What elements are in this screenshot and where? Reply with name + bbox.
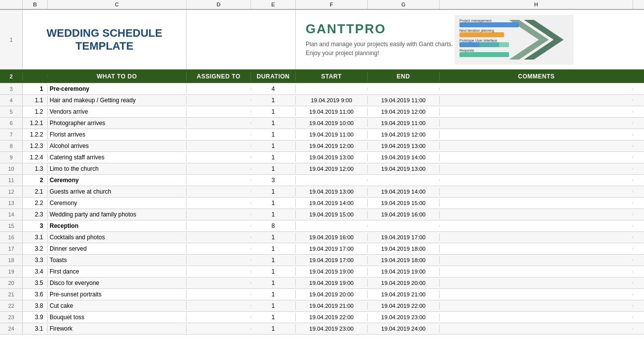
table-row: 7 1.2.2 Florist arrives 1 19.04.2019 11:… (0, 129, 644, 140)
row-num-20: 20 (0, 278, 23, 288)
row-num-24: 24 (0, 323, 23, 334)
cell-c-4: Hair and makeup / Getting ready (48, 96, 187, 105)
table-row: 19 3.4 First dance 1 19.04.2019 19:00 19… (0, 266, 644, 278)
cell-d-8 (187, 145, 251, 147)
cell-d-22 (187, 305, 251, 307)
cell-b-10: 1.3 (23, 164, 48, 173)
table-header-row: 2 WHAT TO DO ASSIGNED TO DURATION START … (0, 70, 644, 83)
row-num-23: 23 (0, 312, 23, 323)
cell-d-4 (187, 99, 251, 101)
row1-de (187, 10, 296, 69)
table-row: 10 1.3 Limo to the church 1 19.04.2019 1… (0, 163, 644, 175)
cell-e-20: 1 (251, 279, 296, 287)
cell-b-9: 1.2.4 (23, 153, 48, 162)
cell-g-16: 19.04.2019 17:00 (368, 233, 440, 241)
cell-b-22: 3.8 (23, 301, 48, 310)
row-num-5: 5 (0, 106, 23, 117)
cell-d-7 (187, 134, 251, 136)
svg-rect-3 (459, 22, 519, 27)
cell-b-7: 1.2.2 (23, 130, 48, 139)
cell-h-4 (440, 99, 633, 101)
cell-h-16 (440, 236, 633, 238)
cell-g-11 (368, 179, 440, 181)
page-title: WEDDING SCHEDULE TEMPLATE (23, 27, 186, 53)
cell-h-20 (440, 282, 633, 284)
cell-c-11: Ceremony (48, 176, 187, 185)
cell-b-13: 2.2 (23, 199, 48, 208)
cell-e-18: 1 (251, 256, 296, 265)
row-num-21: 21 (0, 289, 23, 300)
cell-h-8 (440, 145, 633, 147)
cell-c-16: Cocktails and photos (48, 233, 187, 242)
cell-h-3 (440, 88, 633, 90)
cell-f-18: 19.04.2019 17:00 (296, 256, 368, 264)
cell-e-12: 1 (251, 187, 296, 196)
ganttpro-logo: GANTTPRO (306, 21, 453, 37)
cell-h-13 (440, 202, 633, 204)
cell-d-19 (187, 271, 251, 273)
cell-c-8: Alcohol arrives (48, 141, 187, 150)
cell-h-19 (440, 271, 633, 273)
row-num-11: 11 (0, 175, 23, 186)
cell-e-6: 1 (251, 119, 296, 128)
cell-f-23: 19.04.2019 22:00 (296, 313, 368, 321)
cell-d-20 (187, 282, 251, 284)
cell-f-15 (296, 225, 368, 227)
table-row: 12 2.1 Guests arrive at church 1 19.04.2… (0, 186, 644, 198)
cell-b-19: 3.4 (23, 267, 48, 276)
row-num-19: 19 (0, 266, 23, 277)
cell-e-5: 1 (251, 107, 296, 116)
cell-b-21: 3.6 (23, 290, 48, 299)
cell-f-14: 19.04.2019 15:00 (296, 210, 368, 218)
cell-g-20: 19.04.2019 20:00 (368, 279, 440, 287)
cell-e-3: 4 (251, 84, 296, 93)
cell-d-9 (187, 156, 251, 158)
cell-b-4: 1.1 (23, 96, 48, 105)
cell-e-11: 3 (251, 176, 296, 185)
cell-g-15 (368, 225, 440, 227)
cell-h-5 (440, 111, 633, 113)
cell-e-7: 1 (251, 130, 296, 139)
cell-f-12: 19.04.2019 13:00 (296, 188, 368, 196)
cell-g-3 (368, 88, 440, 90)
cell-e-16: 1 (251, 233, 296, 242)
cell-g-10: 19.04.2019 13:00 (368, 165, 440, 173)
svg-text:Project management: Project management (459, 19, 492, 23)
cell-d-12 (187, 191, 251, 193)
cell-c-15: Reception (48, 221, 187, 230)
cell-g-17: 19.04.2019 18:00 (368, 245, 440, 253)
data-rows: 3 1 Pre-ceremony 4 4 1.1 Hair and makeup… (0, 83, 644, 335)
row-num-22: 22 (0, 300, 23, 311)
table-row: 21 3.6 Pre-sunset portraits 1 19.04.2019… (0, 289, 644, 300)
cell-c-10: Limo to the church (48, 164, 187, 173)
cell-d-3 (187, 88, 251, 90)
svg-rect-10 (459, 52, 509, 57)
cell-e-22: 1 (251, 301, 296, 310)
col-header-b: B (23, 0, 48, 9)
cell-f-16: 19.04.2019 16:00 (296, 233, 368, 241)
row-num-14: 14 (0, 209, 23, 220)
table-row: 11 2 Ceremony 3 (0, 175, 644, 186)
table-row: 13 2.2 Ceremony 1 19.04.2019 14:00 19.04… (0, 198, 644, 209)
cell-d-23 (187, 316, 251, 318)
cell-c-23: Bouquet toss (48, 313, 187, 322)
cell-h-9 (440, 156, 633, 158)
cell-b-24: 3.1 (23, 324, 48, 333)
cell-d-10 (187, 168, 251, 170)
cell-e-13: 1 (251, 199, 296, 208)
table-row: 6 1.2.1 Photographer arrives 1 19.04.201… (0, 118, 644, 129)
header-duration: DURATION (251, 72, 296, 81)
row-num-8: 8 (0, 140, 23, 151)
cell-d-18 (187, 259, 251, 261)
table-row: 23 3.9 Bouquet toss 1 19.04.2019 22:00 1… (0, 312, 644, 323)
cell-g-6: 19.04.2019 11:00 (368, 119, 440, 127)
cell-d-15 (187, 225, 251, 227)
cell-e-14: 1 (251, 210, 296, 219)
cell-f-13: 19.04.2019 14:00 (296, 199, 368, 207)
cell-c-21: Pre-sunset portraits (48, 290, 187, 299)
table-row: 14 2.3 Wedding party and family photos 1… (0, 209, 644, 220)
row-num-9: 9 (0, 152, 23, 163)
col-header-rownum (0, 0, 23, 9)
cell-h-12 (440, 191, 633, 193)
header-assigned-to: ASSIGNED TO (187, 72, 251, 81)
